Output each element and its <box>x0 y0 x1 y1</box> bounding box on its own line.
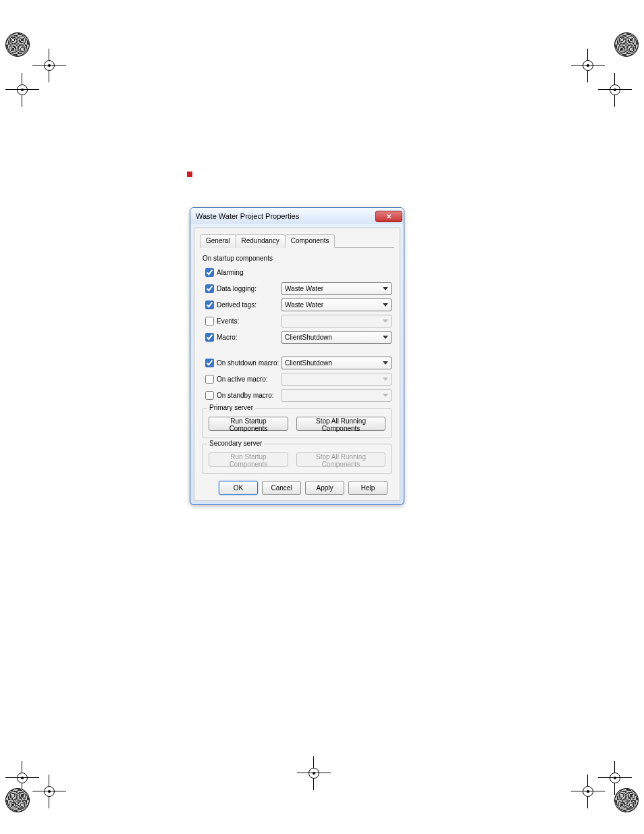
derivedtags-checkbox[interactable] <box>205 301 214 309</box>
row-derivedtags: Derived tags: Waste Water <box>203 297 392 312</box>
onactive-checkbox[interactable] <box>205 375 214 384</box>
secondary-server-group: Secondary server Run Startup Components … <box>203 444 392 474</box>
datalogging-combo[interactable]: Waste Water <box>281 282 392 295</box>
components-panel: On startup components Alarming Data logg… <box>197 248 397 498</box>
datalogging-checkbox[interactable] <box>205 284 214 293</box>
cancel-button[interactable]: Cancel <box>262 481 301 495</box>
project-properties-dialog: Waste Water Project Properties ✕ General… <box>190 207 404 505</box>
apply-button[interactable]: Apply <box>305 481 344 495</box>
startup-section-label: On startup components <box>203 255 392 262</box>
dialog-client-area: General Redundancy Components On startup… <box>194 228 400 501</box>
bullet-marker <box>187 172 192 177</box>
close-icon: ✕ <box>386 213 392 220</box>
datalogging-label: Data logging: <box>217 285 281 292</box>
macro-value: ClientShutdown <box>285 334 332 341</box>
row-onstandby: On standby macro: <box>203 388 392 402</box>
tab-general[interactable]: General <box>200 234 236 248</box>
row-events: Events: <box>203 313 392 328</box>
events-label: Events: <box>217 317 281 325</box>
chevron-down-icon <box>383 336 388 339</box>
primary-legend: Primary server <box>207 404 255 411</box>
help-button[interactable]: Help <box>348 481 387 495</box>
chevron-down-icon <box>383 361 388 365</box>
onactive-combo <box>281 373 392 386</box>
alarming-checkbox[interactable] <box>205 268 214 277</box>
row-alarming: Alarming <box>203 265 392 280</box>
ok-button[interactable]: OK <box>219 481 258 495</box>
row-macro: Macro: ClientShutdown <box>203 330 392 344</box>
onstandby-checkbox[interactable] <box>205 391 214 400</box>
onshutdown-value: ClientShutdown <box>285 359 332 367</box>
tab-redundancy[interactable]: Redundancy <box>236 234 286 248</box>
onactive-label: On active macro: <box>217 375 281 383</box>
dialog-buttons: OK Cancel Apply Help <box>203 474 392 498</box>
derivedtags-value: Waste Water <box>285 301 323 309</box>
onshutdown-checkbox[interactable] <box>205 359 214 367</box>
macro-combo[interactable]: ClientShutdown <box>281 331 392 344</box>
chevron-down-icon <box>383 319 388 323</box>
macro-checkbox[interactable] <box>205 333 214 342</box>
row-datalogging: Data logging: Waste Water <box>203 281 392 296</box>
onshutdown-combo[interactable]: ClientShutdown <box>281 357 392 369</box>
secondary-run-button: Run Startup Components <box>209 452 288 467</box>
primary-server-group: Primary server Run Startup Components St… <box>203 408 392 438</box>
tabs: General Redundancy Components <box>200 234 394 248</box>
secondary-stop-button: Stop All Running Components <box>296 452 385 467</box>
chevron-down-icon <box>383 287 388 290</box>
primary-stop-button[interactable]: Stop All Running Components <box>296 417 385 431</box>
datalogging-value: Waste Water <box>285 285 323 292</box>
derivedtags-label: Derived tags: <box>217 301 281 309</box>
events-checkbox[interactable] <box>205 317 214 325</box>
titlebar[interactable]: Waste Water Project Properties ✕ <box>190 208 404 224</box>
onshutdown-label: On shutdown macro: <box>217 359 281 367</box>
chevron-down-icon <box>383 377 388 381</box>
secondary-legend: Secondary server <box>207 440 264 447</box>
onstandby-combo <box>281 389 392 402</box>
macro-label: Macro: <box>217 334 281 341</box>
chevron-down-icon <box>383 303 388 307</box>
chevron-down-icon <box>383 394 388 397</box>
onstandby-label: On standby macro: <box>217 392 281 399</box>
derivedtags-combo[interactable]: Waste Water <box>281 298 392 311</box>
row-onshutdown: On shutdown macro: ClientShutdown <box>203 355 392 370</box>
tab-components[interactable]: Components <box>285 234 336 248</box>
primary-run-button[interactable]: Run Startup Components <box>209 417 288 431</box>
row-onactive: On active macro: <box>203 371 392 386</box>
window-title: Waste Water Project Properties <box>196 212 375 220</box>
alarming-label: Alarming <box>217 269 243 276</box>
events-combo <box>281 315 392 328</box>
close-button[interactable]: ✕ <box>375 211 402 222</box>
